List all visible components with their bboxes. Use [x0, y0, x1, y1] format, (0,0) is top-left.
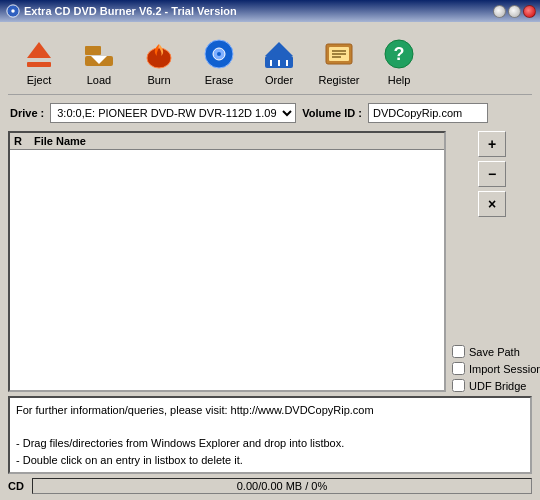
- import-session-label[interactable]: Import Session: [469, 363, 540, 375]
- file-area: R File Name + − × Save Path Import: [8, 131, 532, 392]
- load-icon: [81, 36, 117, 72]
- add-button[interactable]: +: [478, 131, 506, 157]
- title-bar: Extra CD DVD Burner V6.2 - Trial Version: [0, 0, 540, 22]
- drive-row: Drive : 3:0:0,E: PIONEER DVD-RW DVR-112D…: [8, 99, 532, 127]
- right-panel: + − × Save Path Import Session UDF Bridg…: [452, 131, 532, 392]
- clear-button[interactable]: ×: [478, 191, 506, 217]
- info-line4: - Double click on an entry in listbox to…: [16, 452, 524, 469]
- order-icon: [261, 36, 297, 72]
- info-line2: [16, 419, 524, 436]
- volume-id-input[interactable]: [368, 103, 488, 123]
- udf-bridge-label[interactable]: UDF Bridge: [469, 380, 526, 392]
- file-list-header: R File Name: [10, 133, 444, 150]
- progress-row: CD 0.00/0.00 MB / 0%: [8, 478, 532, 494]
- maximize-button[interactable]: [508, 5, 521, 18]
- toolbar: Eject Load Burn: [8, 28, 532, 95]
- help-icon: ?: [381, 36, 417, 72]
- svg-point-1: [11, 9, 15, 13]
- save-path-checkbox[interactable]: [452, 345, 465, 358]
- svg-text:?: ?: [394, 44, 405, 64]
- app-icon: [6, 4, 20, 18]
- file-list-body[interactable]: [10, 150, 444, 390]
- import-session-row: Import Session: [452, 362, 532, 375]
- burn-icon: [141, 36, 177, 72]
- file-list: R File Name: [8, 131, 446, 392]
- register-icon: [321, 36, 357, 72]
- main-container: Eject Load Burn: [0, 22, 540, 500]
- info-box: For further information/queries, please …: [8, 396, 532, 474]
- import-session-checkbox[interactable]: [452, 362, 465, 375]
- eject-icon: [21, 36, 57, 72]
- burn-button[interactable]: Burn: [130, 32, 188, 90]
- title-bar-text: Extra CD DVD Burner V6.2 - Trial Version: [6, 4, 237, 18]
- save-path-row: Save Path: [452, 345, 532, 358]
- progress-bar: 0.00/0.00 MB / 0%: [32, 478, 532, 494]
- udf-bridge-checkbox[interactable]: [452, 379, 465, 392]
- info-line3: - Drag files/directories from Windows Ex…: [16, 435, 524, 452]
- svg-marker-13: [265, 42, 293, 56]
- title-controls: [493, 5, 536, 18]
- volume-id-label: Volume ID :: [302, 107, 362, 119]
- drive-select[interactable]: 3:0:0,E: PIONEER DVD-RW DVR-112D 1.09: [50, 103, 296, 123]
- erase-icon: [201, 36, 237, 72]
- svg-marker-3: [27, 42, 51, 58]
- col-r-header: R: [14, 135, 34, 147]
- order-button[interactable]: Order: [250, 32, 308, 90]
- help-button[interactable]: ? Help: [370, 32, 428, 90]
- minimize-button[interactable]: [493, 5, 506, 18]
- close-button[interactable]: [523, 5, 536, 18]
- svg-point-11: [217, 52, 221, 56]
- drive-label: Drive :: [10, 107, 44, 119]
- col-filename-header: File Name: [34, 135, 440, 147]
- progress-label: CD: [8, 480, 28, 492]
- register-button[interactable]: Register: [310, 32, 368, 90]
- remove-button[interactable]: −: [478, 161, 506, 187]
- svg-rect-5: [85, 46, 101, 55]
- save-path-label[interactable]: Save Path: [469, 346, 520, 358]
- erase-button[interactable]: Erase: [190, 32, 248, 90]
- udf-bridge-row: UDF Bridge: [452, 379, 532, 392]
- progress-text: 0.00/0.00 MB / 0%: [33, 479, 531, 493]
- eject-button[interactable]: Eject: [10, 32, 68, 90]
- info-line1: For further information/queries, please …: [16, 402, 524, 419]
- load-button[interactable]: Load: [70, 32, 128, 90]
- svg-rect-2: [27, 62, 51, 67]
